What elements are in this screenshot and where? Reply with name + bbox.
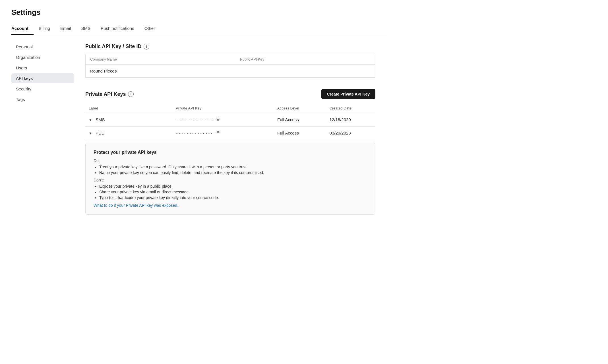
sidebar-item-api-keys[interactable]: API keys [11,73,74,83]
key-dots: ························ 👁 [176,131,221,136]
row-date-pdd: 03/20/2023 [326,126,375,140]
do-item-1: Treat your private key like a password. … [99,165,367,169]
public-api-info-icon[interactable]: i [144,44,149,49]
top-nav: Account Billing Email SMS Push notificat… [11,22,387,35]
sidebar-item-organization[interactable]: Organization [11,52,74,62]
key-dots: ························ 👁 [176,117,221,122]
dont-label: Don't: [94,178,367,182]
row-key-pdd: ························ 👁 [172,126,274,140]
col-label-header: Label [85,104,172,113]
col-date-header: Created Date [326,104,375,113]
row-access-sms: Full Access [274,113,326,127]
company-name-value: Round Pieces [86,65,236,78]
do-label: Do: [94,158,367,163]
tab-sms[interactable]: SMS [76,22,96,35]
col-key-header: Private API Key [172,104,274,113]
public-api-table: Company Name Public API Key Round Pieces [85,54,375,78]
private-api-section: Private API Keys i Create Private API Ke… [85,89,375,215]
public-api-section: Public API Key / Site ID i Company Name … [85,44,375,78]
chevron-down-icon[interactable]: ▼ [89,118,92,122]
public-api-header: Public API Key / Site ID i [85,44,375,49]
row-access-pdd: Full Access [274,126,326,140]
private-api-table: Label Private API Key Access Level Creat… [85,104,375,140]
do-item-2: Name your private key so you can easily … [99,170,367,175]
dont-item-3: Type (i.e., hardcode) your private key d… [99,195,367,200]
row-date-sms: 12/18/2020 [326,113,375,127]
table-row: ▼ SMS ························ 👁 Full Ac… [85,113,375,127]
public-key-value [235,65,375,78]
eye-icon[interactable]: 👁 [216,117,221,122]
create-private-api-key-button[interactable]: Create Private API Key [321,89,375,99]
eye-icon[interactable]: 👁 [216,131,221,136]
table-row: ▼ PDD ························ 👁 Full Ac… [85,126,375,140]
sidebar: Personal Organization Users API keys Sec… [11,35,74,235]
tab-billing[interactable]: Billing [34,22,55,35]
col-public-key: Public API Key [235,54,375,65]
public-api-title: Public API Key / Site ID i [85,44,149,49]
info-box-title: Protect your private API keys [94,150,367,155]
col-access-header: Access Level [274,104,326,113]
col-company-name: Company Name [86,54,236,65]
row-key-sms: ························ 👁 [172,113,274,127]
do-list: Treat your private key like a password. … [99,165,367,175]
sidebar-item-personal[interactable]: Personal [11,42,74,52]
tab-account[interactable]: Account [11,22,34,35]
dont-list: Expose your private key in a public plac… [99,184,367,200]
dont-item-1: Expose your private key in a public plac… [99,184,367,189]
private-api-info-icon[interactable]: i [128,91,134,97]
dont-item-2: Share your private key via email or dire… [99,190,367,194]
main-panel: Public API Key / Site ID i Company Name … [74,35,387,235]
content-area: Personal Organization Users API keys Sec… [11,35,387,235]
protect-keys-info-box: Protect your private API keys Do: Treat … [85,143,375,215]
chevron-down-icon[interactable]: ▼ [89,131,92,135]
tab-push[interactable]: Push notifications [96,22,139,35]
row-label-pdd: ▼ PDD [85,126,172,140]
sidebar-item-security[interactable]: Security [11,84,74,94]
tab-email[interactable]: Email [55,22,76,35]
row-label-sms: ▼ SMS [85,113,172,127]
private-api-header: Private API Keys i Create Private API Ke… [85,89,375,99]
tab-other[interactable]: Other [139,22,160,35]
page-title: Settings [11,8,387,17]
sidebar-item-users[interactable]: Users [11,63,74,73]
table-row: Round Pieces [86,65,375,78]
exposed-key-link[interactable]: What to do if your Private API key was e… [94,203,178,208]
sidebar-item-tags[interactable]: Tags [11,94,74,104]
private-api-title: Private API Keys i [85,91,134,97]
